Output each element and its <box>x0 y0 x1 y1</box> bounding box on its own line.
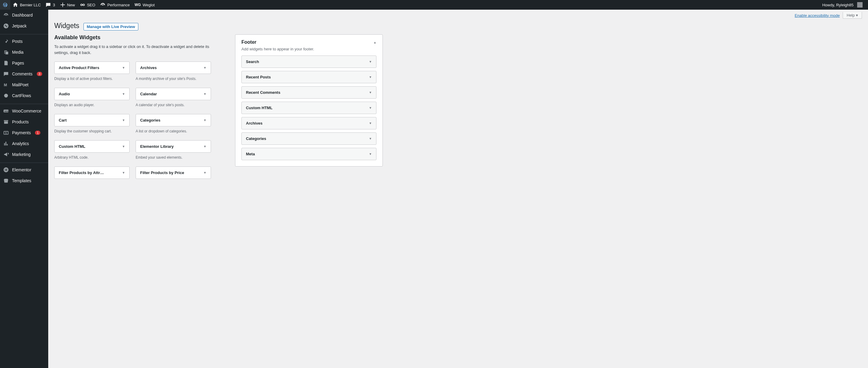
wordpress-icon <box>2 2 8 7</box>
widget-area-title: Footer <box>241 39 256 45</box>
sidebar-item-templates[interactable]: Templates <box>0 175 48 186</box>
available-widget-cell: Active Product Filters▼Display a list of… <box>54 61 130 85</box>
placed-widget[interactable]: Categories▼ <box>241 133 376 145</box>
available-widget-cell: Categories▼A list or dropdown of categor… <box>135 114 211 137</box>
sidebar-item-label: Payments <box>12 130 31 135</box>
jetpack-icon <box>3 23 9 29</box>
menu-separator <box>0 103 48 104</box>
sidebar-item-label: Dashboard <box>12 13 33 18</box>
available-widget[interactable]: Filter Products by Attr…▼ <box>54 167 130 179</box>
sidebar-item-payments[interactable]: $Payments1 <box>0 127 48 138</box>
menu-separator <box>0 161 48 163</box>
sidebar-item-marketing[interactable]: Marketing <box>0 149 48 160</box>
performance-item[interactable]: Performance <box>98 0 132 10</box>
chevron-down-icon: ▼ <box>204 118 207 122</box>
widget-title: Custom HTML <box>246 106 273 110</box>
chevron-down-icon: ▼ <box>204 145 207 148</box>
available-widget[interactable]: Categories▼ <box>135 114 211 126</box>
sidebar-item-mailpoet[interactable]: MMailPoet <box>0 79 48 90</box>
comments-item[interactable]: 3 <box>43 0 57 10</box>
wp-logo[interactable] <box>0 0 10 10</box>
available-widget[interactable]: Archives▼ <box>135 61 211 74</box>
widget-title: Calendar <box>140 92 157 96</box>
available-widget[interactable]: Active Product Filters▼ <box>54 61 130 74</box>
sidebar-item-label: Templates <box>12 178 31 183</box>
chevron-down-icon: ▾ <box>856 13 858 18</box>
svg-point-1 <box>83 4 84 5</box>
widget-title: Meta <box>246 152 255 156</box>
sidebar-item-analytics[interactable]: Analytics <box>0 138 48 149</box>
sidebar-item-label: Elementor <box>12 167 31 172</box>
sidebar-item-label: Pages <box>12 61 24 65</box>
sidebar-item-pages[interactable]: Pages <box>0 58 48 68</box>
available-widget[interactable]: Custom HTML▼ <box>54 140 130 152</box>
sidebar-item-comments[interactable]: Comments3 <box>0 68 48 79</box>
chevron-down-icon: ▼ <box>369 76 372 79</box>
available-widget[interactable]: Audio▼ <box>54 88 130 100</box>
sidebar-item-jetpack[interactable]: Jetpack <box>0 21 48 31</box>
sidebar-item-label: Products <box>12 119 29 124</box>
seo-item[interactable]: SEO <box>78 0 98 10</box>
available-widget-cell: Custom HTML▼Arbitrary HTML code. <box>54 140 130 164</box>
menu-separator <box>0 33 48 34</box>
widget-description: Arbitrary HTML code. <box>54 155 130 164</box>
chevron-down-icon: ▼ <box>204 66 207 69</box>
sidebar-item-woocommerce[interactable]: wooWooCommerce <box>0 106 48 116</box>
placed-widget[interactable]: Recent Comments▼ <box>241 86 376 98</box>
help-label: Help <box>846 13 855 18</box>
sidebar-item-dashboard[interactable]: Dashboard <box>0 10 48 21</box>
widget-title: Active Product Filters <box>59 65 99 70</box>
avatar-icon <box>857 2 863 7</box>
available-widget[interactable]: Cart▼ <box>54 114 130 126</box>
sidebar-item-cartflows[interactable]: CartFlows <box>0 90 48 101</box>
sidebar-item-label: CartFlows <box>12 93 31 98</box>
sidebar-item-media[interactable]: Media <box>0 47 48 58</box>
archive-icon <box>3 119 9 125</box>
available-widget-cell: Filter Products by Price▼ <box>135 167 211 179</box>
account-item[interactable]: Howdy, Ryleigh85 <box>820 0 865 10</box>
available-widget[interactable]: Calendar▼ <box>135 88 211 100</box>
placed-widget[interactable]: Search▼ <box>241 56 376 68</box>
page-title: Widgets <box>54 22 79 30</box>
widget-description: A monthly archive of your site's Posts. <box>135 76 211 85</box>
accessibility-mode-link[interactable]: Enable accessibility mode <box>795 13 840 18</box>
elementor-icon <box>3 167 9 173</box>
placed-widget[interactable]: Recent Posts▼ <box>241 71 376 83</box>
chevron-down-icon: ▼ <box>204 171 207 174</box>
chevron-down-icon: ▼ <box>122 145 125 148</box>
help-button[interactable]: Help▾ <box>843 12 862 19</box>
sidebar-item-posts[interactable]: Posts <box>0 36 48 47</box>
weglot-item[interactable]: WGWeglot <box>132 0 157 10</box>
plus-icon <box>60 2 65 7</box>
sidebar-item-products[interactable]: Products <box>0 116 48 127</box>
widget-title: Archives <box>140 65 157 70</box>
svg-point-0 <box>81 4 82 5</box>
widget-description: A list or dropdown of categories. <box>135 129 211 137</box>
available-widget-cell: Archives▼A monthly archive of your site'… <box>135 61 211 85</box>
placed-widget[interactable]: Archives▼ <box>241 117 376 130</box>
badge: 1 <box>35 131 40 135</box>
new-content-item[interactable]: New <box>58 0 78 10</box>
screen-meta-links: Enable accessibility mode Help▾ <box>48 10 868 19</box>
sidebar-item-label: Analytics <box>12 141 29 146</box>
manage-live-preview-button[interactable]: Manage with Live Preview <box>84 23 138 30</box>
available-widget[interactable]: Elementor Library▼ <box>135 140 211 152</box>
home-icon <box>13 2 18 7</box>
available-widget[interactable]: Filter Products by Price▼ <box>135 167 211 179</box>
weglot-icon: WG <box>135 3 141 7</box>
widget-title: Filter Products by Attr… <box>59 170 104 175</box>
pin-icon <box>3 38 9 44</box>
media-icon <box>3 49 9 55</box>
widget-area-header[interactable]: Footer▲ <box>241 39 376 45</box>
sidebar-item-elementor[interactable]: Elementor <box>0 164 48 175</box>
chevron-down-icon: ▼ <box>122 66 125 69</box>
widget-description: Displays an audio player. <box>54 103 130 111</box>
chevron-down-icon: ▼ <box>122 171 125 174</box>
comments-count-label: 3 <box>53 3 55 7</box>
badge: 3 <box>37 72 42 76</box>
available-widget-cell: Audio▼Displays an audio player. <box>54 88 130 111</box>
seo-label: SEO <box>87 3 95 7</box>
site-name-item[interactable]: Bernier LLC <box>10 0 43 10</box>
placed-widget[interactable]: Meta▼ <box>241 148 376 160</box>
placed-widget[interactable]: Custom HTML▼ <box>241 102 376 114</box>
